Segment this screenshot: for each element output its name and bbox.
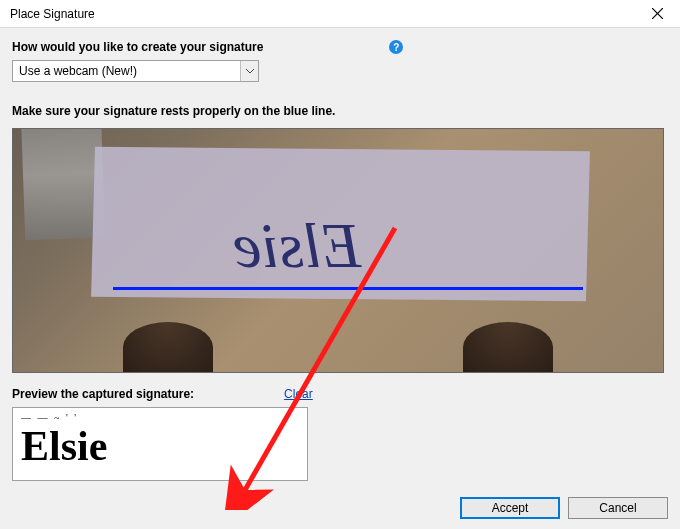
preview-artifact: — — ~ ' ' (21, 412, 299, 423)
dialog-content: How would you like to create your signat… (0, 28, 680, 481)
help-icon[interactable]: ? (389, 40, 403, 54)
preview-header-row: Preview the captured signature: Clear (12, 387, 668, 401)
cancel-button[interactable]: Cancel (568, 497, 668, 519)
webcam-preview: Elsie (12, 128, 664, 373)
accept-button-label: Accept (492, 501, 529, 515)
instruction-text: Make sure your signature rests properly … (12, 104, 668, 118)
close-icon (652, 8, 663, 19)
chevron-down-icon (240, 61, 258, 81)
clear-link[interactable]: Clear (284, 387, 313, 401)
select-value: Use a webcam (New!) (19, 64, 137, 78)
finger-right (463, 322, 553, 372)
signature-method-select[interactable]: Use a webcam (New!) (12, 60, 259, 82)
preview-signature: Elsie (21, 425, 299, 467)
prompt-question: How would you like to create your signat… (12, 40, 263, 54)
dialog-title: Place Signature (10, 7, 95, 21)
preview-label: Preview the captured signature: (12, 387, 194, 401)
written-signature: Elsie (233, 209, 361, 283)
dialog-buttons: Accept Cancel (460, 497, 668, 519)
finger-left (123, 322, 213, 372)
cancel-button-label: Cancel (599, 501, 636, 515)
prompt-row: How would you like to create your signat… (12, 40, 668, 54)
accept-button[interactable]: Accept (460, 497, 560, 519)
titlebar: Place Signature (0, 0, 680, 28)
guide-line (113, 287, 583, 290)
preview-box: — — ~ ' ' Elsie (12, 407, 308, 481)
close-button[interactable] (642, 3, 672, 25)
